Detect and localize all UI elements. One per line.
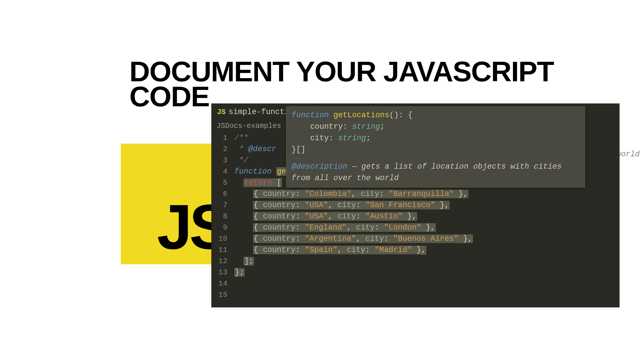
line-number: 3 xyxy=(211,155,227,166)
tooltip-keyword: function xyxy=(292,111,329,120)
city-value: San Francisco xyxy=(370,201,431,209)
city-value: Madrid xyxy=(379,246,407,254)
line-number: 9 xyxy=(211,222,227,233)
close-function: }; xyxy=(235,268,244,277)
city-value: Buenos Aires xyxy=(398,234,454,243)
tooltip-fn-name: getLocations xyxy=(334,111,389,120)
close-array: ]; xyxy=(244,257,253,265)
tooltip-description: @description — gets a list of location o… xyxy=(286,158,585,187)
tooltip-type1: string xyxy=(352,122,380,131)
line-number: 4 xyxy=(211,166,227,177)
keyword-function: function xyxy=(234,167,272,176)
jsdoc-close: */ xyxy=(234,156,248,165)
line-number: 12 xyxy=(211,256,227,267)
prop-country: country xyxy=(263,190,295,198)
line-number: 8 xyxy=(211,211,227,222)
jsdoc-line-prefix: * xyxy=(234,145,248,153)
jsdoc-tag: @descr xyxy=(248,145,276,153)
tooltip-close: }[] xyxy=(292,145,306,154)
keyword-return: return xyxy=(244,178,272,187)
intellisense-tooltip: function getLocations(): { country: stri… xyxy=(286,106,585,188)
line-number-gutter: 1 2 3 4 5 6 7 8 9 10 11 12 13 14 15 xyxy=(211,132,234,301)
city-value: Austin xyxy=(370,212,398,221)
line-number: 7 xyxy=(211,200,227,211)
page-title: DOCUMENT YOUR JAVASCRIPT CODE xyxy=(129,59,554,109)
line-number: 13 xyxy=(211,267,227,278)
tooltip-dash: — xyxy=(347,162,361,171)
line-number: 1 xyxy=(211,132,227,144)
line-number: 5 xyxy=(211,177,227,188)
country-value: Spain xyxy=(309,246,333,254)
breadcrumb-folder: JSDocs-examples xyxy=(216,122,281,130)
tooltip-signature: function getLocations(): { country: stri… xyxy=(286,107,585,158)
city-value: Barranquilla xyxy=(393,190,449,198)
tooltip-open: (): { xyxy=(389,111,413,120)
error-squiggle: , xyxy=(421,246,426,255)
line-number: 15 xyxy=(211,289,227,301)
line-number: 6 xyxy=(211,188,227,200)
js-file-icon: JS xyxy=(217,108,226,116)
prop-city: city xyxy=(361,190,379,198)
country-value: England xyxy=(309,223,342,232)
line-number: 11 xyxy=(211,244,227,256)
tooltip-prop2: city xyxy=(310,134,329,143)
open-bracket: [ xyxy=(272,178,281,187)
line-number: 2 xyxy=(211,144,227,155)
line-number: 10 xyxy=(211,233,227,244)
country-value: Argentina xyxy=(309,234,351,243)
country-value: Colombia xyxy=(309,190,347,198)
city-value: London xyxy=(389,223,417,232)
tooltip-desc-tag: @description xyxy=(292,162,347,171)
line-number: 14 xyxy=(211,278,227,289)
jsdoc-open: /** xyxy=(234,134,248,142)
country-value: USA xyxy=(309,201,323,209)
tooltip-type2: string xyxy=(338,134,366,143)
tooltip-prop1: country xyxy=(310,122,343,131)
country-value: USA xyxy=(309,212,323,221)
